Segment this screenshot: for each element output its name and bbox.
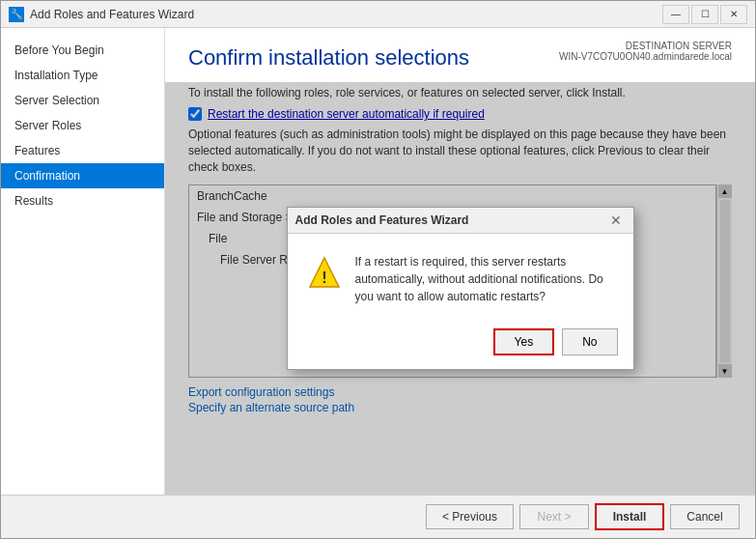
sidebar-item-before-you-begin[interactable]: Before You Begin <box>1 38 164 63</box>
dialog-no-button[interactable]: No <box>562 328 617 355</box>
main-window: 🔧 Add Roles and Features Wizard — ☐ ✕ Be… <box>0 0 756 539</box>
previous-button[interactable]: < Previous <box>426 504 514 529</box>
cancel-button[interactable]: Cancel <box>670 504 740 529</box>
window-title: Add Roles and Features Wizard <box>30 8 194 21</box>
minimize-button[interactable]: — <box>662 5 689 24</box>
sidebar-item-confirmation[interactable]: Confirmation <box>1 163 164 188</box>
dialog-close-button[interactable]: ✕ <box>606 213 626 228</box>
dialog-body: ! If a restart is required, this server … <box>288 234 633 321</box>
main-content: DESTINATION SERVER WIN-V7CO7U0ON40.admin… <box>165 28 755 495</box>
dialog-footer: Yes No <box>288 321 633 369</box>
title-bar-controls: — ☐ ✕ <box>662 5 747 24</box>
dialog-message: If a restart is required, this server re… <box>355 253 614 305</box>
app-icon: 🔧 <box>9 7 24 22</box>
dialog-yes-button[interactable]: Yes <box>493 328 555 355</box>
warning-icon: ! <box>307 253 342 293</box>
svg-text:!: ! <box>322 269 327 286</box>
close-button[interactable]: ✕ <box>720 5 747 24</box>
sidebar: Before You Begin Installation Type Serve… <box>1 28 165 495</box>
dialog-overlay: Add Roles and Features Wizard ✕ ! If a r… <box>165 82 755 495</box>
next-button[interactable]: Next > <box>519 504 589 529</box>
footer: < Previous Next > Install Cancel <box>1 495 755 538</box>
maximize-button[interactable]: ☐ <box>691 5 718 24</box>
sidebar-item-server-selection[interactable]: Server Selection <box>1 88 164 113</box>
sidebar-item-server-roles[interactable]: Server Roles <box>1 113 164 138</box>
sidebar-item-results[interactable]: Results <box>1 188 164 213</box>
sidebar-item-installation-type[interactable]: Installation Type <box>1 63 164 88</box>
confirmation-dialog: Add Roles and Features Wizard ✕ ! If a r… <box>287 207 634 370</box>
sidebar-item-features[interactable]: Features <box>1 138 164 163</box>
destination-server: DESTINATION SERVER WIN-V7CO7U0ON40.admin… <box>559 33 755 62</box>
install-button[interactable]: Install <box>595 503 664 530</box>
title-bar-left: 🔧 Add Roles and Features Wizard <box>9 7 194 22</box>
dialog-title: Add Roles and Features Wizard <box>295 213 469 227</box>
content-area: Before You Begin Installation Type Serve… <box>1 28 755 495</box>
destination-name: WIN-V7CO7U0ON40.admindarede.local <box>559 51 732 62</box>
dialog-title-bar: Add Roles and Features Wizard ✕ <box>288 208 633 234</box>
page-body: To install the following roles, role ser… <box>165 82 755 495</box>
destination-label: DESTINATION SERVER <box>559 41 732 51</box>
title-bar: 🔧 Add Roles and Features Wizard — ☐ ✕ <box>1 1 755 28</box>
